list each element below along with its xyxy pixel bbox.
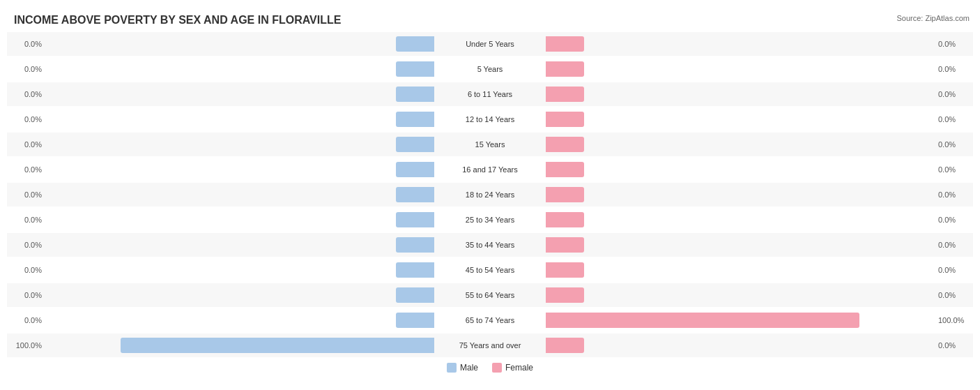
bar-male bbox=[396, 36, 434, 52]
female-side bbox=[546, 87, 935, 102]
butterfly-wrapper: Under 5 Years bbox=[45, 32, 935, 56]
legend-male-label: Male bbox=[460, 363, 478, 373]
bar-male bbox=[396, 112, 434, 127]
right-value: 0.0% bbox=[935, 115, 973, 123]
right-value: 0.0% bbox=[935, 40, 973, 48]
bar-female bbox=[546, 287, 584, 303]
left-value: 0.0% bbox=[7, 140, 45, 149]
male-side bbox=[45, 187, 434, 202]
bar-row: 0.0% 18 to 24 Years 0.0% bbox=[7, 183, 973, 207]
right-value: 0.0% bbox=[935, 65, 973, 73]
butterfly-wrapper: 16 and 17 Years bbox=[45, 158, 935, 181]
row-label: 75 Years and over bbox=[434, 341, 546, 350]
right-value: 0.0% bbox=[935, 165, 973, 174]
female-side bbox=[546, 338, 935, 353]
bar-row: 0.0% 35 to 44 Years 0.0% bbox=[7, 233, 973, 257]
right-value: 0.0% bbox=[935, 341, 973, 350]
bar-male bbox=[396, 187, 434, 202]
legend: Male Female bbox=[7, 363, 973, 373]
left-value: 0.0% bbox=[7, 266, 45, 274]
butterfly-wrapper: 35 to 44 Years bbox=[45, 233, 935, 257]
butterfly-wrapper: 15 Years bbox=[45, 133, 935, 156]
bar-male bbox=[396, 313, 434, 328]
butterfly-wrapper: 75 Years and over bbox=[45, 333, 935, 357]
bar-row: 100.0% 75 Years and over 0.0% bbox=[7, 333, 973, 357]
male-side bbox=[45, 338, 434, 353]
right-value: 0.0% bbox=[935, 291, 973, 299]
bar-row: 0.0% 15 Years 0.0% bbox=[7, 133, 973, 156]
bar-row: 0.0% Under 5 Years 0.0% bbox=[7, 32, 973, 56]
female-side bbox=[546, 262, 935, 278]
chart-area: 0.0% Under 5 Years 0.0% 0.0% 5 Years 0.0… bbox=[7, 32, 973, 357]
row-label: 18 to 24 Years bbox=[434, 190, 546, 199]
bar-female bbox=[546, 87, 584, 102]
bar-male bbox=[396, 61, 434, 77]
male-side bbox=[45, 137, 434, 152]
butterfly-wrapper: 18 to 24 Years bbox=[45, 183, 935, 207]
row-label: 35 to 44 Years bbox=[434, 241, 546, 249]
butterfly-wrapper: 45 to 54 Years bbox=[45, 258, 935, 282]
bar-male bbox=[396, 287, 434, 303]
row-label: 45 to 54 Years bbox=[434, 266, 546, 274]
left-value: 0.0% bbox=[7, 90, 45, 98]
right-value: 0.0% bbox=[935, 190, 973, 199]
row-label: 12 to 14 Years bbox=[434, 115, 546, 123]
bar-male bbox=[396, 237, 434, 253]
female-side bbox=[546, 212, 935, 227]
left-value: 0.0% bbox=[7, 190, 45, 199]
right-value: 0.0% bbox=[935, 90, 973, 98]
row-label: 15 Years bbox=[434, 140, 546, 149]
female-side bbox=[546, 287, 935, 303]
female-side bbox=[546, 313, 935, 328]
left-value: 0.0% bbox=[7, 65, 45, 73]
male-side bbox=[45, 162, 434, 177]
female-side bbox=[546, 187, 935, 202]
male-side bbox=[45, 287, 434, 303]
chart-title: INCOME ABOVE POVERTY BY SEX AND AGE IN F… bbox=[7, 14, 973, 27]
right-value: 0.0% bbox=[935, 216, 973, 224]
female-side bbox=[546, 137, 935, 152]
legend-female-box bbox=[492, 363, 502, 373]
bar-row: 0.0% 5 Years 0.0% bbox=[7, 57, 973, 81]
bar-female bbox=[546, 237, 584, 253]
bar-female bbox=[546, 262, 584, 278]
bar-male bbox=[396, 87, 434, 102]
male-side bbox=[45, 313, 434, 328]
right-value: 0.0% bbox=[935, 140, 973, 149]
bar-female bbox=[546, 36, 584, 52]
butterfly-wrapper: 25 to 34 Years bbox=[45, 208, 935, 232]
butterfly-wrapper: 65 to 74 Years bbox=[45, 308, 935, 332]
bar-row: 0.0% 45 to 54 Years 0.0% bbox=[7, 258, 973, 282]
bar-male bbox=[121, 338, 434, 353]
chart-container: INCOME ABOVE POVERTY BY SEX AND AGE IN F… bbox=[0, 0, 980, 390]
bar-row: 0.0% 25 to 34 Years 0.0% bbox=[7, 208, 973, 232]
left-value: 0.0% bbox=[7, 291, 45, 299]
left-value: 0.0% bbox=[7, 40, 45, 48]
bar-female bbox=[546, 338, 584, 353]
row-label: 16 and 17 Years bbox=[434, 165, 546, 174]
female-side bbox=[546, 112, 935, 127]
left-value: 0.0% bbox=[7, 216, 45, 224]
row-label: 25 to 34 Years bbox=[434, 216, 546, 224]
bar-male bbox=[396, 137, 434, 152]
row-label: 65 to 74 Years bbox=[434, 316, 546, 324]
bar-female bbox=[546, 61, 584, 77]
bar-row: 0.0% 16 and 17 Years 0.0% bbox=[7, 158, 973, 181]
bar-row: 0.0% 55 to 64 Years 0.0% bbox=[7, 283, 973, 307]
row-label: 5 Years bbox=[434, 65, 546, 73]
left-value: 0.0% bbox=[7, 165, 45, 174]
source-label: Source: ZipAtlas.com bbox=[896, 14, 970, 22]
left-value: 100.0% bbox=[7, 341, 45, 350]
bar-male bbox=[396, 212, 434, 227]
legend-male: Male bbox=[447, 363, 478, 373]
butterfly-wrapper: 6 to 11 Years bbox=[45, 82, 935, 106]
legend-female-label: Female bbox=[505, 363, 533, 373]
bar-row: 0.0% 12 to 14 Years 0.0% bbox=[7, 107, 973, 131]
female-side bbox=[546, 36, 935, 52]
left-value: 0.0% bbox=[7, 316, 45, 324]
left-value: 0.0% bbox=[7, 241, 45, 249]
male-side bbox=[45, 212, 434, 227]
butterfly-wrapper: 55 to 64 Years bbox=[45, 283, 935, 307]
right-value: 100.0% bbox=[935, 316, 973, 324]
male-side bbox=[45, 262, 434, 278]
